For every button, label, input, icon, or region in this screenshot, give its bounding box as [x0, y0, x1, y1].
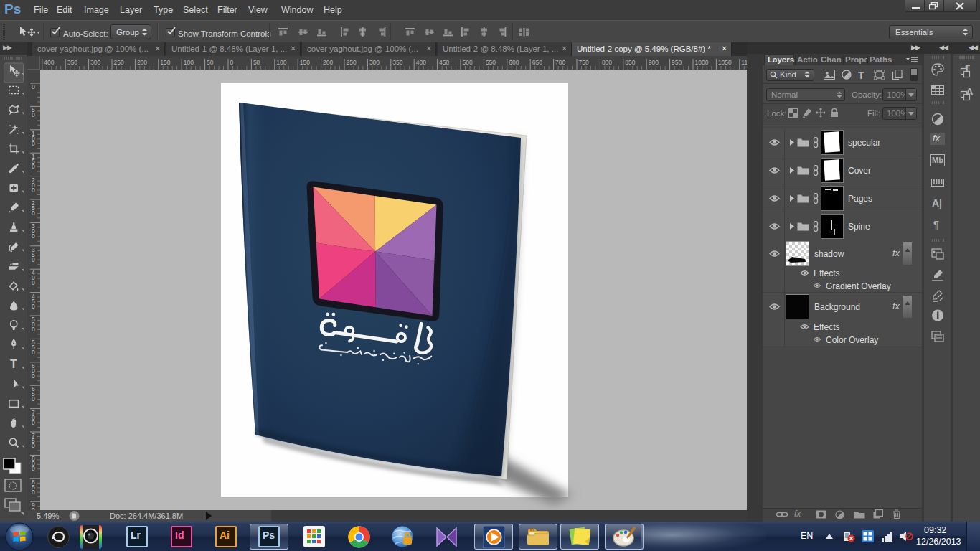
- svg-text:0: 0: [32, 111, 35, 118]
- svg-text:600: 600: [509, 59, 519, 66]
- svg-text:0: 0: [32, 349, 35, 356]
- svg-text:0: 0: [32, 395, 35, 402]
- svg-text:850: 850: [625, 59, 635, 66]
- svg-text:0: 0: [32, 489, 35, 496]
- svg-text:0: 0: [32, 209, 35, 217]
- svg-text:0: 0: [32, 303, 35, 310]
- svg-text:0: 0: [32, 279, 35, 286]
- svg-text:150: 150: [160, 59, 170, 66]
- svg-text:950: 950: [672, 59, 682, 66]
- svg-text:550: 550: [486, 59, 496, 66]
- svg-text:250: 250: [347, 59, 357, 66]
- svg-text:0: 0: [32, 83, 35, 90]
- svg-text:400: 400: [416, 59, 426, 66]
- svg-text:500: 500: [463, 59, 473, 66]
- svg-text:0: 0: [230, 59, 234, 66]
- svg-text:400: 400: [44, 59, 54, 66]
- svg-text:0: 0: [32, 465, 35, 472]
- svg-text:0: 0: [32, 326, 35, 333]
- svg-text:200: 200: [137, 59, 147, 66]
- svg-text:250: 250: [114, 59, 124, 66]
- svg-text:50: 50: [253, 59, 260, 66]
- svg-text:0: 0: [32, 163, 35, 170]
- svg-text:450: 450: [439, 59, 449, 66]
- svg-text:0: 0: [32, 232, 35, 240]
- svg-text:200: 200: [323, 59, 333, 66]
- svg-text:0: 0: [32, 442, 35, 449]
- svg-text:700: 700: [555, 59, 565, 66]
- svg-text:300: 300: [90, 59, 100, 66]
- svg-text:100: 100: [184, 59, 194, 66]
- svg-text:0: 0: [32, 419, 35, 426]
- svg-text:0: 0: [32, 256, 35, 263]
- svg-text:100: 100: [276, 59, 286, 66]
- svg-text:650: 650: [532, 59, 542, 66]
- svg-text:1000: 1000: [695, 59, 709, 66]
- svg-text:50: 50: [207, 59, 214, 66]
- svg-text:0: 0: [32, 187, 35, 194]
- svg-text:0: 0: [32, 140, 35, 147]
- svg-text:350: 350: [67, 59, 77, 66]
- svg-text:900: 900: [649, 59, 659, 66]
- svg-text:300: 300: [369, 59, 380, 66]
- svg-text:800: 800: [602, 59, 612, 66]
- svg-text:350: 350: [392, 59, 402, 66]
- svg-text:1100: 1100: [741, 59, 747, 66]
- svg-text:1050: 1050: [718, 59, 732, 66]
- svg-text:0: 0: [32, 372, 35, 380]
- svg-text:150: 150: [300, 59, 310, 66]
- svg-text:T: T: [10, 357, 17, 370]
- svg-text:750: 750: [579, 59, 589, 66]
